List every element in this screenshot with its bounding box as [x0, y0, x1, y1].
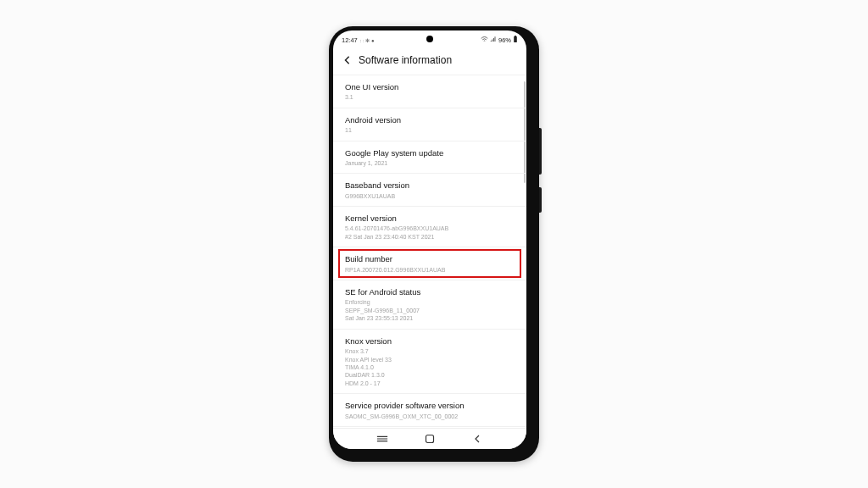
- item-value: Enforcing SEPF_SM-G996B_11_0007 Sat Jan …: [345, 298, 515, 322]
- item-value: SAOMC_SM-G996B_OXM_XTC_00_0002: [345, 413, 515, 420]
- phone-screen: 12:47 : : ✻ ● 96%: [333, 30, 526, 449]
- svg-rect-1: [515, 36, 516, 36]
- signal-icon: [490, 36, 497, 44]
- item-se-android-status[interactable]: SE for Android statusEnforcing SEPF_SM-G…: [333, 280, 526, 330]
- page-header: Software information: [333, 47, 526, 75]
- status-indicators: : : ✻ ●: [360, 37, 375, 43]
- item-label: One UI version: [345, 82, 515, 92]
- item-knox-version[interactable]: Knox versionKnox 3.7 Knox API level 33 T…: [333, 330, 526, 395]
- phone-frame: 12:47 : : ✻ ● 96%: [329, 26, 539, 462]
- status-time: 12:47: [342, 36, 358, 44]
- item-label: Android version: [345, 115, 515, 125]
- item-label: Baseband version: [345, 180, 515, 191]
- item-value: 3.1: [345, 93, 515, 101]
- item-baseband-version[interactable]: Baseband versionG996BXXU1AUAB: [333, 174, 526, 207]
- item-value: January 1, 2021: [345, 159, 515, 167]
- item-service-provider-version[interactable]: Service provider software versionSAOMC_S…: [333, 394, 526, 427]
- item-label: Knox version: [345, 336, 515, 347]
- battery-percent: 96%: [498, 36, 511, 44]
- wifi-icon: [481, 36, 488, 44]
- home-button[interactable]: [417, 434, 442, 444]
- item-value: Knox 3.7 Knox API level 33 TIMA 4.1.0 Du…: [345, 347, 515, 387]
- item-label: Kernel version: [345, 214, 515, 224]
- nav-back-button[interactable]: [465, 434, 490, 444]
- back-button[interactable]: [343, 56, 352, 64]
- navigation-bar: [333, 428, 526, 449]
- item-label: Build number: [345, 254, 515, 264]
- item-kernel-version[interactable]: Kernel version5.4.61-20701476-abG996BXXU…: [333, 207, 526, 247]
- volume-button: [539, 128, 542, 175]
- battery-icon: [513, 36, 518, 45]
- item-build-number[interactable]: Build numberRP1A.200720.012.G996BXXU1AUA…: [333, 247, 526, 280]
- stage: 12:47 : : ✻ ● 96%: [0, 0, 868, 488]
- item-label: SE for Android status: [345, 287, 515, 297]
- item-android-version[interactable]: Android version11: [333, 108, 526, 141]
- item-label: Google Play system update: [345, 148, 515, 158]
- item-value: 5.4.61-20701476-abG996BXXU1AUAB #2 Sat J…: [345, 225, 515, 241]
- front-camera: [426, 36, 433, 42]
- svg-rect-5: [426, 435, 434, 443]
- page-title: Software information: [359, 54, 452, 66]
- power-button: [539, 187, 542, 213]
- recents-button[interactable]: [370, 435, 395, 443]
- status-right: 96%: [481, 36, 518, 45]
- status-left: 12:47 : : ✻ ●: [342, 36, 375, 44]
- settings-list[interactable]: One UI version3.1Android version11Google…: [333, 75, 526, 428]
- item-label: Service provider software version: [345, 401, 515, 411]
- item-one-ui-version[interactable]: One UI version3.1: [333, 75, 526, 108]
- item-value: G996BXXU1AUAB: [345, 192, 515, 200]
- svg-rect-0: [514, 36, 517, 42]
- item-google-play-update[interactable]: Google Play system updateJanuary 1, 2021: [333, 141, 526, 175]
- item-value: RP1A.200720.012.G996BXXU1AUAB: [345, 266, 515, 274]
- item-value: 11: [345, 126, 515, 134]
